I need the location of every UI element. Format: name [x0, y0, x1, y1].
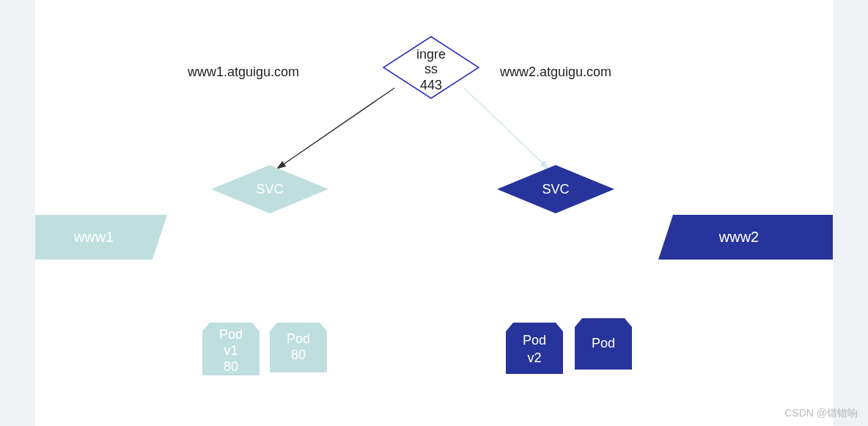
arrow-to-svc-left: [277, 88, 394, 169]
pod-right-1-line2: v2: [527, 350, 541, 365]
diagram-svg: ingre ss 443 SVC SVC www1 www2 Pod v1 80…: [35, 0, 833, 426]
watermark: CSDN @锴锴响: [784, 407, 858, 420]
arrow-to-svc-right: [464, 88, 548, 169]
ingress-port: 443: [420, 78, 442, 92]
pod-right-1-line1: Pod: [523, 333, 546, 348]
pod-left-2-line1: Pod: [287, 331, 310, 346]
diagram-canvas: ingre ss 443 SVC SVC www1 www2 Pod v1 80…: [35, 0, 833, 426]
pod-left-2-line2: 80: [291, 348, 306, 362]
label-host-right: www2.atguigu.com: [500, 65, 611, 80]
pod-right-2-line1: Pod: [592, 336, 615, 350]
svc-left-label: SVC: [256, 182, 283, 197]
ingress-text-2: ss: [424, 62, 438, 76]
svc-right-label: SVC: [542, 182, 569, 197]
label-host-left: www1.atguigu.com: [188, 65, 299, 80]
site-www1-label: www1: [73, 229, 114, 245]
pod-right-1: [506, 323, 563, 374]
pod-left-1-line3: 80: [224, 359, 238, 374]
pod-left-1-line2: v1: [224, 343, 238, 358]
ingress-text-1: ingre: [416, 47, 446, 62]
pod-left-1-line1: Pod: [219, 327, 243, 342]
site-www2-label: www2: [718, 229, 759, 245]
